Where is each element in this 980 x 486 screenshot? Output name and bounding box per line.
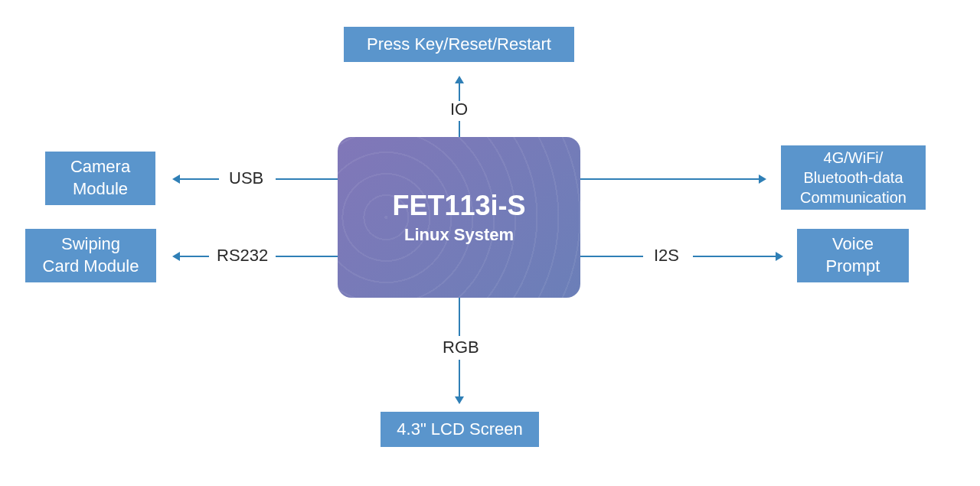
arrow-right-upper bbox=[759, 175, 766, 184]
connector-left-upper-seg1 bbox=[178, 178, 219, 180]
connector-top-upper-line bbox=[459, 82, 460, 101]
arrow-bottom-down bbox=[455, 396, 464, 404]
arrow-top-up bbox=[455, 76, 464, 83]
connector-bottom-lower-line bbox=[459, 360, 460, 398]
arrow-left-lower bbox=[172, 252, 180, 261]
node-right-lower: Voice Prompt bbox=[797, 229, 909, 282]
node-left-lower-label: Swiping Card Module bbox=[43, 233, 139, 277]
arrow-left-upper bbox=[172, 175, 180, 184]
connector-right-upper-line bbox=[580, 178, 760, 180]
arrow-right-lower bbox=[776, 252, 783, 261]
label-usb: USB bbox=[229, 168, 263, 188]
connector-right-lower-seg2 bbox=[693, 256, 777, 257]
node-right-upper: 4G/WiFi/ Bluetooth-data Communication bbox=[781, 145, 926, 210]
node-right-upper-label: 4G/WiFi/ Bluetooth-data Communication bbox=[800, 148, 906, 207]
label-io: IO bbox=[450, 99, 468, 119]
node-top: Press Key/Reset/Restart bbox=[344, 27, 574, 62]
label-rgb: RGB bbox=[443, 338, 479, 357]
connector-top-lower-line bbox=[459, 121, 460, 137]
label-i2s: I2S bbox=[654, 246, 679, 266]
node-bottom: 4.3" LCD Screen bbox=[381, 412, 539, 447]
node-left-lower: Swiping Card Module bbox=[25, 229, 156, 282]
connector-left-upper-seg2 bbox=[276, 178, 338, 180]
connector-right-lower-seg1 bbox=[580, 256, 643, 257]
node-top-label: Press Key/Reset/Restart bbox=[367, 34, 551, 56]
node-right-lower-label: Voice Prompt bbox=[826, 233, 880, 277]
center-subtitle: Linux System bbox=[404, 225, 514, 245]
connector-left-lower-seg2 bbox=[276, 256, 338, 257]
node-left-upper-label: Camera Module bbox=[70, 156, 130, 200]
connector-left-lower-seg1 bbox=[178, 256, 209, 257]
center-system-box: FET113i-S Linux System bbox=[338, 137, 580, 298]
center-title: FET113i-S bbox=[392, 190, 525, 222]
connector-bottom-upper-line bbox=[459, 298, 460, 336]
node-bottom-label: 4.3" LCD Screen bbox=[397, 419, 522, 441]
label-rs232: RS232 bbox=[217, 246, 268, 266]
node-left-upper: Camera Module bbox=[45, 152, 155, 205]
